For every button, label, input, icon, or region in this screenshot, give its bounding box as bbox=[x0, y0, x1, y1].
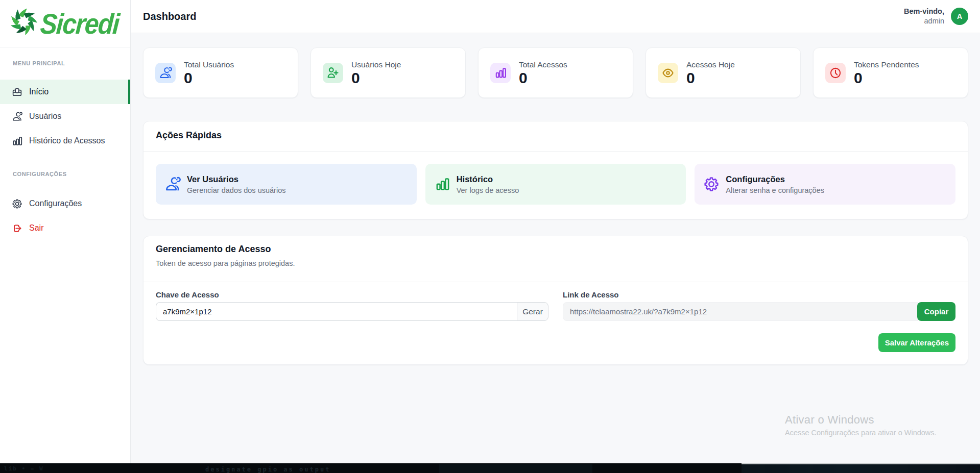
action-subtitle: Alterar senha e configurações bbox=[726, 186, 824, 194]
stat-label: Total Usuários bbox=[184, 60, 234, 69]
access-key-input[interactable] bbox=[156, 302, 517, 321]
sidebar-item-usuarios[interactable]: Usuários bbox=[0, 104, 130, 129]
welcome-greeting: Bem-vindo, bbox=[904, 7, 944, 16]
console-top-edge bbox=[742, 463, 980, 464]
stat-card-usuarios-hoje: Usuários Hoje 0 bbox=[310, 47, 466, 98]
stat-icon-tile bbox=[323, 63, 343, 83]
sidebar-section-label-menu: MENU PRINCIPAL bbox=[13, 60, 130, 66]
action-text: Configurações Alterar senha e configuraç… bbox=[726, 175, 824, 194]
save-changes-button[interactable]: Salvar Alterações bbox=[878, 333, 955, 352]
stat-value: 0 bbox=[519, 70, 567, 86]
gear-icon bbox=[12, 198, 22, 209]
sidebar-item-historico[interactable]: Histórico de Acessos bbox=[0, 129, 130, 153]
access-key-field: Chave de Acesso Gerar bbox=[156, 290, 548, 321]
stat-text: Tokens Pendentes 0 bbox=[854, 60, 919, 86]
action-text: Histórico Ver logs de acesso bbox=[457, 175, 519, 194]
eye-icon bbox=[661, 66, 675, 80]
sidebar-item-label: Histórico de Acessos bbox=[29, 136, 105, 145]
stat-label: Total Acessos bbox=[519, 60, 567, 69]
stat-text: Total Acessos 0 bbox=[519, 60, 567, 86]
stat-icon-tile bbox=[155, 63, 176, 83]
action-configuracoes[interactable]: Configurações Alterar senha e configuraç… bbox=[695, 164, 955, 205]
briefcase-icon bbox=[12, 87, 22, 97]
action-ver-usuarios[interactable]: Ver Usuários Gerenciar dados dos usuário… bbox=[156, 164, 417, 205]
fields-row: Chave de Acesso Gerar Link de Acesso Cop… bbox=[156, 290, 955, 321]
gear-icon bbox=[703, 176, 720, 192]
stat-value: 0 bbox=[184, 70, 234, 86]
stat-text: Usuários Hoje 0 bbox=[351, 60, 401, 86]
sidebar-item-label: Configurações bbox=[29, 199, 82, 208]
access-management-card: Gerenciamento de Acesso Token de acesso … bbox=[143, 236, 968, 365]
sidebar-section-label-config: CONFIGURAÇÕES bbox=[13, 171, 130, 177]
sidebar-item-configuracoes[interactable]: Configurações bbox=[0, 191, 130, 216]
sidebar-item-inicio[interactable]: Início bbox=[0, 80, 130, 104]
sidebar-item-label: Usuários bbox=[29, 112, 61, 121]
user-box[interactable]: Bem-vindo, admin A bbox=[904, 7, 968, 26]
access-link-input[interactable] bbox=[563, 302, 918, 321]
access-management-title: Gerenciamento de Acesso bbox=[156, 243, 955, 255]
stat-icon-tile bbox=[490, 63, 511, 83]
sidebar-nav-config: Configurações Sair bbox=[0, 191, 130, 240]
watermark-title: Ativar o Windows bbox=[785, 412, 937, 428]
access-management-subtitle: Token de acesso para páginas protegidas. bbox=[156, 258, 955, 268]
action-title: Ver Usuários bbox=[187, 175, 285, 184]
stat-value: 0 bbox=[351, 70, 401, 86]
console-mid-glow bbox=[439, 464, 592, 473]
sidebar: Sicredi MENU PRINCIPAL Início Usuários H… bbox=[0, 0, 131, 463]
stat-label: Acessos Hoje bbox=[686, 60, 735, 69]
sidebar-item-label: Sair bbox=[29, 223, 43, 233]
action-subtitle: Gerenciar dados dos usuários bbox=[187, 186, 285, 194]
stat-icon-tile bbox=[658, 63, 678, 83]
page-title: Dashboard bbox=[143, 11, 196, 22]
stat-card-acessos-hoje: Acessos Hoje 0 bbox=[646, 47, 801, 98]
stat-value: 0 bbox=[686, 70, 735, 86]
console-right-glow bbox=[742, 464, 980, 473]
brand-name: Sicredi bbox=[39, 7, 120, 40]
stat-text: Total Usuários 0 bbox=[184, 60, 234, 86]
users-icon bbox=[12, 111, 22, 122]
logout-icon bbox=[12, 223, 22, 234]
app-window: Sicredi MENU PRINCIPAL Início Usuários H… bbox=[0, 0, 980, 463]
input-group: Copiar bbox=[563, 302, 955, 321]
windows-activation-watermark: Ativar o Windows Acesse Configurações pa… bbox=[785, 412, 937, 438]
users-icon bbox=[164, 176, 181, 192]
stats-row: Total Usuários 0 Usuários Hoje 0 Total A… bbox=[143, 47, 968, 98]
background-console-strip: lib • = W designate gpio as output bbox=[0, 463, 980, 473]
stat-card-total-acessos: Total Acessos 0 bbox=[478, 47, 633, 98]
quick-actions-card: Ações Rápidas Ver Usuários Gerenciar dad… bbox=[143, 121, 968, 219]
sicredi-pinwheel-icon bbox=[9, 7, 38, 36]
main-area: Dashboard Bem-vindo, admin A Total Usuár… bbox=[131, 0, 980, 463]
clock-icon bbox=[829, 66, 842, 80]
action-historico[interactable]: Histórico Ver logs de acesso bbox=[425, 164, 686, 205]
avatar[interactable]: A bbox=[951, 8, 968, 25]
stat-icon-tile bbox=[825, 63, 846, 83]
bar-chart-icon bbox=[434, 176, 450, 192]
sidebar-nav-main: Início Usuários Histórico de Acessos bbox=[0, 80, 130, 153]
save-row: Salvar Alterações bbox=[156, 333, 955, 352]
content: Total Usuários 0 Usuários Hoje 0 Total A… bbox=[131, 33, 980, 463]
brand-logo[interactable]: Sicredi bbox=[0, 0, 130, 47]
console-text: designate gpio as output bbox=[205, 466, 330, 473]
bar-chart-icon bbox=[494, 66, 507, 80]
sidebar-item-sair[interactable]: Sair bbox=[0, 216, 130, 240]
access-management-body: Chave de Acesso Gerar Link de Acesso Cop… bbox=[144, 282, 968, 364]
top-header: Dashboard Bem-vindo, admin A bbox=[131, 0, 980, 33]
action-subtitle: Ver logs de acesso bbox=[457, 186, 519, 194]
access-key-label: Chave de Acesso bbox=[156, 290, 548, 300]
copy-button[interactable]: Copiar bbox=[917, 302, 955, 321]
welcome-text: Bem-vindo, admin bbox=[904, 7, 944, 26]
stat-card-total-usuarios: Total Usuários 0 bbox=[143, 47, 298, 98]
quick-actions-title: Ações Rápidas bbox=[156, 129, 955, 141]
console-left-text: lib • = W bbox=[4, 465, 44, 472]
generate-button[interactable]: Gerar bbox=[517, 302, 548, 321]
action-title: Configurações bbox=[726, 175, 824, 184]
action-title: Histórico bbox=[457, 175, 519, 184]
stat-label: Usuários Hoje bbox=[351, 60, 401, 69]
quick-actions-header: Ações Rápidas bbox=[144, 121, 968, 152]
quick-actions-body: Ver Usuários Gerenciar dados dos usuário… bbox=[144, 152, 968, 219]
access-link-field: Link de Acesso Copiar bbox=[563, 290, 955, 321]
stat-value: 0 bbox=[854, 70, 919, 86]
user-plus-icon bbox=[326, 66, 340, 80]
bar-chart-icon bbox=[11, 135, 23, 147]
stat-card-tokens-pendentes: Tokens Pendentes 0 bbox=[813, 47, 968, 98]
